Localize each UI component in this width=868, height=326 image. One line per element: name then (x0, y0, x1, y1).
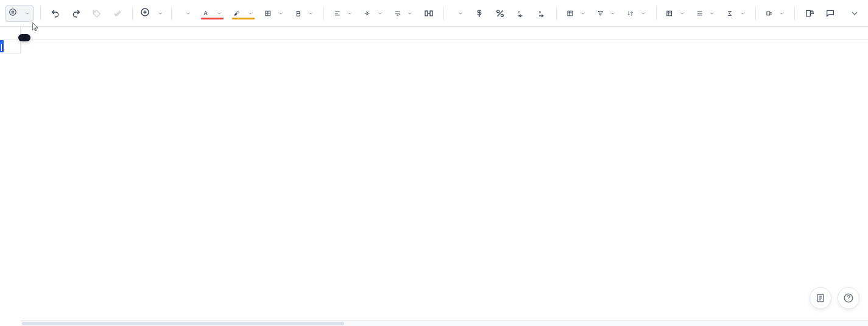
svg-text:.0: .0 (538, 10, 542, 14)
horizontal-scrollbar-thumb[interactable] (22, 322, 344, 325)
decrease-decimal-button[interactable]: .0 (512, 5, 529, 22)
tooltip-menu (18, 34, 30, 41)
svg-rect-12 (767, 12, 770, 15)
highlight-color-button[interactable] (230, 5, 257, 22)
chevron-down-icon (347, 10, 353, 16)
increase-decimal-button[interactable]: .0 (533, 5, 550, 22)
currency-button[interactable] (471, 5, 488, 22)
chevron-down-icon (157, 10, 163, 16)
chevron-down-icon (278, 10, 284, 16)
toolbar-separator (755, 7, 756, 20)
chevron-down-icon (377, 10, 383, 16)
horizontal-scrollbar[interactable] (21, 320, 868, 326)
svg-rect-11 (667, 11, 672, 16)
number-format-select[interactable] (450, 5, 467, 22)
chevron-down-icon (247, 10, 253, 16)
conditional-format-button[interactable] (563, 5, 590, 22)
comments-button[interactable] (822, 5, 839, 22)
spreadsheet-grid[interactable] (0, 40, 868, 326)
highlight-color-swatch (232, 18, 255, 19)
name-box[interactable] (0, 27, 21, 40)
svg-point-17 (848, 300, 849, 300)
sort-button[interactable] (623, 5, 650, 22)
svg-rect-10 (568, 11, 573, 16)
toolbar-separator (794, 7, 795, 20)
borders-button[interactable] (261, 5, 288, 22)
toolbar-separator (323, 7, 324, 20)
text-wrap-button[interactable] (390, 5, 417, 22)
font-size-select[interactable] (178, 5, 195, 22)
toolbar-separator (556, 7, 557, 20)
chevron-down-icon (610, 10, 616, 16)
toolbar: .0 .0 (0, 0, 868, 27)
filter-button[interactable] (593, 5, 620, 22)
toolbar-separator (443, 7, 444, 20)
menu-button[interactable] (5, 5, 34, 22)
help-fab[interactable] (838, 287, 859, 309)
font-color-button[interactable] (199, 5, 226, 22)
undo-button[interactable] (47, 5, 64, 22)
chevron-down-icon (739, 10, 746, 16)
toolbar-separator (40, 7, 41, 20)
bold-button[interactable] (291, 5, 318, 22)
svg-point-6 (497, 10, 499, 12)
column-headers (0, 40, 868, 54)
clear-format-icon[interactable] (109, 5, 126, 22)
chevron-down-icon (308, 10, 314, 16)
notes-fab[interactable] (810, 287, 831, 309)
name-bar (0, 27, 868, 40)
toolbar-separator (656, 7, 657, 20)
rows-area (0, 54, 868, 320)
fab-group (810, 287, 859, 309)
svg-point-7 (501, 14, 504, 16)
chevron-down-icon (457, 10, 464, 16)
chevron-down-icon (778, 10, 785, 16)
chevron-down-icon (679, 10, 685, 16)
pivot-button[interactable] (662, 5, 689, 22)
chevron-down-icon (216, 10, 222, 16)
plus-circle-icon (140, 7, 150, 19)
vertical-align-button[interactable] (360, 5, 387, 22)
redo-button[interactable] (68, 5, 85, 22)
chevron-down-icon (24, 10, 30, 16)
menu-hamburger-icon (9, 8, 17, 18)
svg-rect-4 (425, 11, 428, 16)
toolbar-separator (132, 7, 133, 20)
chevron-down-icon (640, 10, 646, 16)
horizontal-align-button[interactable] (330, 5, 357, 22)
svg-rect-13 (806, 10, 811, 16)
more-actions-button[interactable] (762, 5, 789, 22)
insert-button[interactable] (138, 5, 165, 22)
toolbar-overflow-button[interactable] (846, 5, 863, 22)
svg-rect-5 (430, 11, 432, 16)
tag-icon[interactable] (88, 5, 105, 22)
chevron-down-icon (580, 10, 586, 16)
selection-handle[interactable] (0, 40, 4, 44)
font-color-swatch (201, 18, 224, 19)
group-button[interactable] (693, 5, 719, 22)
svg-text:.0: .0 (517, 10, 521, 14)
toolbar-separator (171, 7, 172, 20)
chevron-down-icon (709, 10, 715, 16)
functions-button[interactable] (722, 5, 749, 22)
merge-cells-button[interactable] (420, 5, 437, 22)
chevron-down-icon (185, 10, 191, 16)
search-panel-button[interactable] (801, 5, 818, 22)
percent-button[interactable] (492, 5, 509, 22)
chevron-down-icon (407, 10, 413, 16)
svg-point-1 (94, 11, 96, 12)
